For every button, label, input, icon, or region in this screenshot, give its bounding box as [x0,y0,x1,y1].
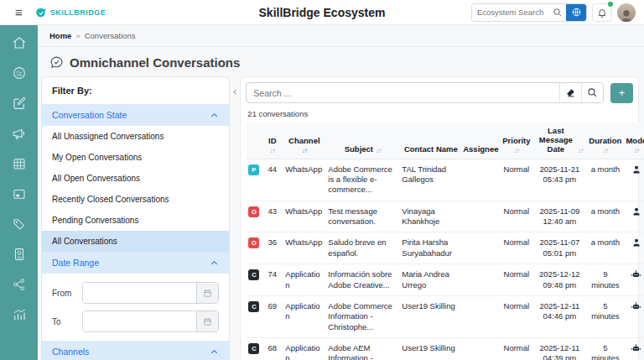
globe-button[interactable] [566,3,586,22]
sort-icon[interactable]: ↓↑ [302,147,307,154]
column-header[interactable]: ↓↑ [246,123,262,159]
sidebar-skills-brain-icon[interactable] [12,65,27,81]
cell-id: 43 [262,201,283,232]
sidebar-passport-icon[interactable] [12,247,27,262]
column-header[interactable]: Subject ↓↑ [325,123,399,159]
column-header[interactable]: Contact Name ↓↑ [399,123,462,159]
column-label: Assignee [463,145,498,154]
filter-state-item[interactable]: Recently Closed Conversations [42,189,229,210]
conversation-row[interactable]: C 74 Application Información sobre Adobe… [246,264,644,296]
sidebar-analytics-icon[interactable] [12,307,27,322]
date-to-input[interactable] [83,311,196,331]
date-from-calendar-button[interactable] [196,283,218,303]
conversation-state-section-header[interactable]: Conversation State [42,104,229,126]
sort-icon[interactable]: ↓↑ [376,147,381,154]
chevron-up-icon [210,347,219,357]
eraser-icon [565,87,576,98]
notification-dot [608,2,613,7]
last-message-date: 2025-11-07 [536,237,583,248]
clear-search-button[interactable] [559,83,581,102]
skillbridge-logo[interactable]: SKILLBRIDGE [34,7,106,18]
date-from-input[interactable] [83,283,196,303]
calendar-icon [203,289,212,298]
conversation-row[interactable]: P 44 WhatsApp Adobe Commerce is a flexib… [246,159,644,201]
bell-icon [597,8,607,18]
chevron-up-icon [210,258,219,268]
sidebar-home-icon[interactable] [12,35,27,50]
cell-subject: Adobe Commerce Information - Christophe.… [325,295,399,337]
sidebar-tags-icon[interactable] [12,217,27,232]
conversation-row[interactable]: C 69 Application Adobe Commerce Informat… [246,295,644,337]
conversation-count: 21 conversations [247,109,631,118]
from-label: From [52,289,74,298]
sort-icon[interactable]: ↓↑ [603,147,608,154]
collapse-filters-button[interactable]: ‹ [233,76,236,97]
status-badge: O [248,206,259,217]
cell-id: 36 [262,232,283,264]
sort-icon[interactable]: ↓↑ [578,147,583,154]
ecosystem-search-button[interactable] [549,4,566,21]
cell-mode [625,201,644,232]
notifications-button[interactable] [592,3,612,22]
table-search-input[interactable] [247,88,559,98]
column-header[interactable]: Mode ↓↑ [625,123,644,159]
hamburger-menu-icon[interactable]: ≡ [15,6,23,18]
sidebar-media-icon[interactable] [12,186,27,201]
person-icon [631,206,641,217]
last-message-time: 12:40 am [536,217,583,227]
cell-assignee [462,295,499,337]
date-to-calendar-button[interactable] [196,311,218,331]
column-header[interactable]: ID ↓↑ [262,123,283,159]
column-header[interactable]: Duration ↓↑ [585,123,625,159]
channels-section-header[interactable]: Channels [42,341,229,360]
column-label: Priority [502,137,530,146]
cell-assignee [462,264,499,296]
filter-state-item[interactable]: My Open Conversations [42,147,229,168]
ecosystem-search [471,3,587,22]
sidebar-campaigns-megaphone-icon[interactable] [12,126,27,141]
conversation-row[interactable]: O 36 WhatsApp Saludo breve en español. P… [246,232,644,264]
column-header[interactable]: Last Message Date ↓↑ [533,123,585,159]
filter-state-item[interactable]: Pending Conversations [42,210,229,231]
cell-id: 74 [262,264,283,296]
to-label: To [52,317,74,326]
date-range-section-header[interactable]: Date Range [42,252,229,274]
last-message-time: 04:46 pm [536,311,583,321]
cell-contact: User19 Skilling [399,337,462,360]
cell-subject: Saludo breve en español. [325,232,399,264]
avatar-silhouette-icon [619,8,634,22]
sidebar-compose-icon[interactable] [12,96,27,111]
cell-subject: Información sobre Adobe Creative... [325,264,399,296]
add-conversation-button[interactable]: + [610,83,633,103]
column-header[interactable]: Channel ↓↑ [283,123,325,159]
cell-last-message: 2025-12-12 09:48 pm [533,264,585,296]
run-search-button[interactable] [581,83,603,102]
filter-state-item[interactable]: All Conversations [42,231,229,252]
cell-mode [625,159,644,201]
app-sidebar [0,25,38,360]
cell-duration: 5 minutes [585,337,625,360]
conversation-row[interactable]: O 43 WhatsApp Test message conversation.… [246,201,644,232]
search-icon [553,8,563,18]
column-label: Last Message Date [536,127,575,154]
sidebar-integrations-icon[interactable] [12,277,27,292]
sort-icon[interactable]: ↓↑ [634,147,639,154]
ecosystem-search-input[interactable] [472,4,549,21]
cell-id: 44 [262,159,283,201]
sort-icon[interactable]: ↓↑ [514,147,519,154]
column-header[interactable]: Priority ↓↑ [499,123,533,159]
filter-state-item[interactable]: All Open Conversations [42,168,229,189]
cell-channel: WhatsApp [283,159,325,201]
conversation-state-list: All Unassigned Conversations My Open Con… [42,126,229,252]
sidebar-schedule-icon[interactable] [12,156,27,171]
filter-state-item[interactable]: All Unassigned Conversations [42,126,229,147]
sort-icon[interactable]: ↓↑ [270,147,275,154]
breadcrumb-home[interactable]: Home [49,31,71,40]
conversation-row[interactable]: C 68 Application Adobe AEM Information -… [246,337,644,360]
cell-priority: Normal [499,159,533,201]
globe-icon [571,7,582,18]
last-message-date: 2025-12-12 [536,269,583,279]
conversation-state-label: Conversation State [52,110,127,120]
column-header[interactable]: Assignee ↓↑ [462,123,499,159]
user-avatar[interactable] [617,3,636,22]
